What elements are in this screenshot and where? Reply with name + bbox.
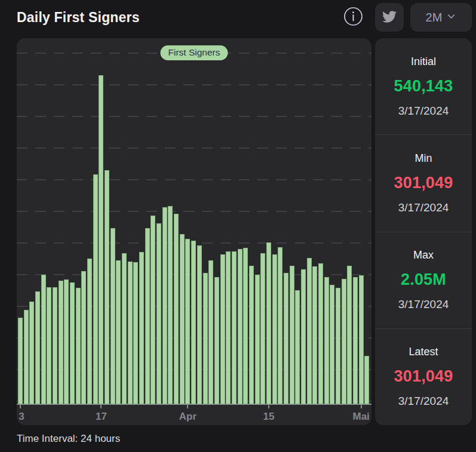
stat-date: 3/17/2024 (398, 395, 449, 408)
bar-first-signers[interactable] (312, 266, 317, 404)
twitter-share-button[interactable] (375, 3, 404, 32)
bar-first-signers[interactable] (29, 302, 34, 404)
bar-first-signers[interactable] (76, 288, 81, 404)
bar-first-signers[interactable] (243, 248, 248, 404)
bar-first-signers[interactable] (364, 356, 369, 404)
bar-first-signers[interactable] (301, 269, 306, 404)
time-interval-text: Time Interval: 24 hours (17, 433, 120, 445)
bar-first-signers[interactable] (139, 252, 144, 404)
bar-first-signers[interactable] (342, 279, 346, 404)
bar-first-signers[interactable] (278, 247, 282, 404)
bar-first-signers[interactable] (180, 234, 185, 404)
stat-date: 3/17/2024 (398, 201, 449, 214)
stat-label: Max (413, 249, 434, 262)
bar-first-signers[interactable] (232, 251, 237, 404)
info-icon (343, 6, 364, 29)
time-range-value: 2M (426, 11, 443, 24)
bar-first-signers[interactable] (197, 245, 202, 404)
bar-first-signers[interactable] (47, 287, 51, 404)
x-tick-label: 17 (96, 411, 107, 423)
stat-label: Latest (409, 346, 438, 358)
bar-first-signers[interactable] (359, 275, 364, 404)
stat-date: 3/17/2024 (398, 104, 449, 118)
bar-first-signers[interactable] (70, 282, 75, 404)
bar-first-signers[interactable] (347, 266, 352, 404)
stat-min: Min 301,049 3/17/2024 (375, 134, 472, 231)
stat-max: Max 2.05M 3/17/2024 (375, 232, 472, 328)
bar-first-signers[interactable] (336, 288, 340, 404)
time-range-dropdown[interactable]: 2M (410, 3, 472, 32)
bar-first-signers[interactable] (214, 277, 219, 404)
bar-first-signers[interactable] (93, 174, 98, 404)
bar-first-signers[interactable] (238, 249, 242, 404)
stat-value: 540,143 (394, 77, 453, 96)
page-title: Daily First Signers (17, 10, 140, 26)
bar-first-signers[interactable] (24, 310, 29, 404)
bar-first-signers[interactable] (99, 75, 103, 404)
bar-first-signers[interactable] (324, 277, 329, 404)
bar-first-signers[interactable] (81, 271, 86, 404)
header: Daily First Signers (0, 0, 476, 35)
bar-first-signers[interactable] (122, 253, 127, 404)
x-axis-tick (361, 405, 362, 408)
x-tick-label: Apr (179, 411, 196, 423)
bar-first-signers[interactable] (156, 223, 161, 404)
stat-date: 3/17/2024 (398, 298, 449, 311)
bar-first-signers[interactable] (226, 251, 231, 404)
bar-first-signers[interactable] (307, 258, 312, 404)
dashboard-page: Daily First Signers (0, 0, 476, 452)
bar-first-signers[interactable] (185, 239, 190, 404)
bar-first-signers[interactable] (353, 277, 358, 404)
bar-first-signers[interactable] (191, 241, 196, 404)
legend-badge: First Signers (161, 45, 228, 60)
bar-first-signers[interactable] (128, 262, 133, 404)
info-button[interactable] (342, 7, 364, 28)
bar-first-signers[interactable] (249, 266, 254, 404)
bar-first-signers[interactable] (318, 263, 323, 404)
bar-first-signers[interactable] (145, 228, 150, 404)
chart-plot-area: First Signers 317Apr15Mai (17, 38, 371, 425)
x-tick-label: 15 (263, 411, 274, 423)
x-axis-tick (100, 405, 102, 408)
bar-first-signers[interactable] (116, 260, 121, 404)
bar-first-signers[interactable] (35, 291, 40, 404)
stat-value: 301,049 (394, 174, 453, 192)
stat-value: 2.05M (401, 270, 446, 289)
bar-first-signers[interactable] (151, 216, 155, 404)
bar-first-signers[interactable] (284, 273, 288, 404)
content: First Signers 317Apr15Mai Initial 540,14… (0, 35, 476, 425)
bar-first-signers[interactable] (208, 260, 213, 404)
twitter-icon (382, 10, 397, 26)
x-tick-label: Mai (352, 411, 369, 423)
bar-first-signers[interactable] (87, 259, 92, 404)
bar-first-signers[interactable] (168, 206, 173, 404)
gridline (17, 211, 371, 212)
bar-first-signers[interactable] (295, 290, 300, 404)
x-tick-label: 3 (19, 411, 24, 423)
stat-initial: Initial 540,143 3/17/2024 (375, 38, 472, 134)
bar-first-signers[interactable] (330, 285, 334, 404)
bar-first-signers[interactable] (174, 214, 179, 404)
bar-first-signers[interactable] (64, 279, 69, 404)
stat-label: Min (414, 152, 432, 165)
bar-first-signers[interactable] (59, 281, 63, 404)
x-axis-tick (20, 405, 21, 408)
bar-first-signers[interactable] (266, 242, 271, 404)
gridline (17, 84, 371, 85)
bar-first-signers[interactable] (162, 207, 167, 404)
bar-first-signers[interactable] (18, 318, 23, 404)
bar-first-signers[interactable] (105, 170, 109, 404)
bar-first-signers[interactable] (53, 287, 57, 404)
bar-first-signers[interactable] (272, 254, 277, 404)
bar-first-signers[interactable] (255, 275, 260, 404)
stat-label: Initial (411, 56, 436, 68)
bar-first-signers[interactable] (220, 254, 225, 404)
bar-first-signers[interactable] (41, 275, 46, 404)
x-axis-tick (187, 405, 188, 408)
gridline (17, 179, 371, 180)
bar-first-signers[interactable] (203, 273, 208, 404)
bar-first-signers[interactable] (260, 253, 265, 404)
bar-first-signers[interactable] (110, 228, 115, 404)
bar-first-signers[interactable] (133, 262, 138, 404)
bar-first-signers[interactable] (290, 266, 294, 404)
